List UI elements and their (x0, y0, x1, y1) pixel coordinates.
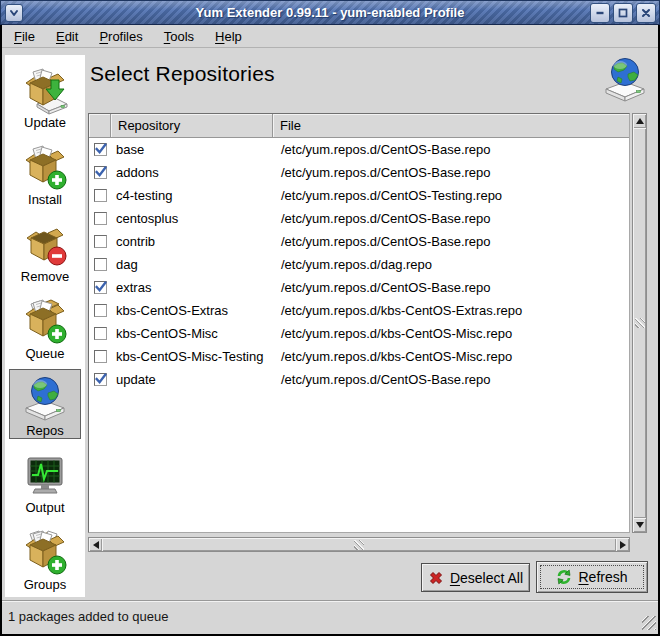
column-header-file[interactable]: File (273, 114, 629, 138)
repo-name: addons (107, 165, 273, 180)
deselect-all-label: Deselect All (450, 570, 523, 586)
repo-name: base (107, 142, 273, 157)
table-row[interactable]: kbs-CentOS-Extras/etc/yum.repos.d/kbs-Ce… (89, 299, 629, 322)
repo-table: Repository File base/etc/yum.repos.d/Cen… (88, 113, 630, 533)
queue-icon (21, 298, 69, 346)
sidebar-item-output[interactable]: Output (9, 446, 81, 516)
menu-file[interactable]: File (14, 29, 35, 44)
repo-checkbox-unchecked[interactable] (94, 350, 107, 363)
menu-bar: FileEditProfilesToolsHelp (0, 25, 660, 48)
repo-file-path: /etc/yum.repos.d/CentOS-Base.repo (273, 142, 629, 157)
table-row[interactable]: extras/etc/yum.repos.d/CentOS-Base.repo (89, 276, 629, 299)
table-row[interactable]: base/etc/yum.repos.d/CentOS-Base.repo (89, 138, 629, 161)
red-x-icon (428, 570, 444, 586)
refresh-button[interactable]: Refresh (536, 561, 648, 593)
repo-checkbox-checked[interactable] (94, 373, 107, 386)
repo-table-body: base/etc/yum.repos.d/CentOS-Base.repoadd… (89, 138, 629, 391)
horizontal-scrollbar-thumb[interactable] (102, 538, 616, 551)
table-row[interactable]: update/etc/yum.repos.d/CentOS-Base.repo (89, 368, 629, 391)
groups-icon (21, 529, 69, 577)
repo-name: kbs-CentOS-Misc-Testing (107, 349, 273, 364)
table-row[interactable]: contrib/etc/yum.repos.d/CentOS-Base.repo (89, 230, 629, 253)
table-row[interactable]: kbs-CentOS-Misc-Testing/etc/yum.repos.d/… (89, 345, 629, 368)
sidebar-item-label: Repos (26, 423, 64, 438)
refresh-label: Refresh (578, 569, 627, 585)
repo-name: update (107, 372, 273, 387)
sidebar-item-update[interactable]: Update (9, 61, 81, 131)
repo-file-path: /etc/yum.repos.d/dag.repo (273, 257, 629, 272)
column-header-checkbox[interactable] (89, 114, 111, 138)
scroll-left-button[interactable] (89, 538, 102, 551)
repo-checkbox-unchecked[interactable] (94, 304, 107, 317)
arrow-down-icon (636, 522, 644, 528)
sidebar-item-label: Groups (24, 577, 67, 592)
sidebar-item-label: Remove (21, 269, 69, 284)
minimize-icon (594, 7, 606, 19)
vertical-scrollbar-thumb[interactable] (633, 128, 646, 518)
repo-checkbox-unchecked[interactable] (94, 327, 107, 340)
repo-checkbox-unchecked[interactable] (94, 258, 107, 271)
repo-table-header: Repository File (89, 114, 629, 138)
sidebar-item-label: Update (24, 115, 66, 130)
update-icon (21, 67, 69, 115)
repo-checkbox-checked[interactable] (94, 143, 107, 156)
sidebar-item-label: Queue (25, 346, 64, 361)
close-button[interactable] (636, 3, 656, 23)
repo-checkbox-unchecked[interactable] (94, 189, 107, 202)
window-border-left (0, 25, 2, 636)
menu-help[interactable]: Help (215, 29, 242, 44)
repo-checkbox-checked[interactable] (94, 166, 107, 179)
repo-name: dag (107, 257, 273, 272)
menu-edit[interactable]: Edit (56, 29, 78, 44)
repo-file-path: /etc/yum.repos.d/CentOS-Base.repo (273, 280, 629, 295)
sidebar-item-repos[interactable]: Repos (9, 369, 81, 439)
column-header-repository[interactable]: Repository (111, 114, 273, 138)
deselect-all-button[interactable]: Deselect All (421, 563, 530, 592)
minimize-button[interactable] (590, 3, 610, 23)
sidebar-item-install[interactable]: Install (9, 138, 81, 208)
repo-file-path: /etc/yum.repos.d/CentOS-Base.repo (273, 211, 629, 226)
maximize-icon (617, 7, 629, 19)
repo-checkbox-unchecked[interactable] (94, 235, 107, 248)
menu-profiles[interactable]: Profiles (99, 29, 142, 44)
repos-icon (21, 375, 69, 423)
table-row[interactable]: c4-testing/etc/yum.repos.d/CentOS-Testin… (89, 184, 629, 207)
install-icon (21, 144, 69, 192)
sidebar-item-queue[interactable]: Queue (9, 292, 81, 362)
menu-tools[interactable]: Tools (164, 29, 194, 44)
status-text: 1 packages added to queue (8, 609, 168, 624)
scroll-down-button[interactable] (633, 518, 646, 532)
resize-grip[interactable] (642, 616, 656, 630)
table-row[interactable]: centosplus/etc/yum.repos.d/CentOS-Base.r… (89, 207, 629, 230)
scroll-up-button[interactable] (633, 114, 646, 128)
globe-drive-icon (601, 56, 649, 104)
window-title: Yum Extender 0.99.11 - yum-enabled Profi… (1, 1, 659, 26)
maximize-button[interactable] (613, 3, 633, 23)
table-row[interactable]: addons/etc/yum.repos.d/CentOS-Base.repo (89, 161, 629, 184)
scrollbar-grip (354, 540, 364, 550)
repo-file-path: /etc/yum.repos.d/kbs-CentOS-Misc.repo (273, 349, 629, 364)
close-icon (640, 7, 652, 19)
repo-file-path: /etc/yum.repos.d/CentOS-Base.repo (273, 372, 629, 387)
status-bar: 1 packages added to queue (0, 600, 660, 636)
repo-file-path: /etc/yum.repos.d/CentOS-Base.repo (273, 165, 629, 180)
table-row[interactable]: dag/etc/yum.repos.d/dag.repo (89, 253, 629, 276)
output-icon (21, 452, 69, 500)
page-title: Select Repositories (90, 62, 275, 86)
vertical-scrollbar[interactable] (632, 113, 647, 533)
title-bar[interactable]: Yum Extender 0.99.11 - yum-enabled Profi… (0, 0, 660, 25)
repo-file-path: /etc/yum.repos.d/kbs-CentOS-Misc.repo (273, 326, 629, 341)
remove-icon (21, 221, 69, 269)
refresh-icon (556, 569, 572, 585)
yum-extender-window: Yum Extender 0.99.11 - yum-enabled Profi… (0, 0, 660, 636)
window-controls (590, 3, 656, 23)
repo-checkbox-checked[interactable] (94, 281, 107, 294)
repo-checkbox-unchecked[interactable] (94, 212, 107, 225)
sidebar-item-remove[interactable]: Remove (9, 215, 81, 285)
sidebar-item-groups[interactable]: Groups (9, 523, 81, 593)
table-row[interactable]: kbs-CentOS-Misc/etc/yum.repos.d/kbs-Cent… (89, 322, 629, 345)
scroll-right-button[interactable] (616, 538, 629, 551)
repo-file-path: /etc/yum.repos.d/CentOS-Testing.repo (273, 188, 629, 203)
horizontal-scrollbar[interactable] (88, 537, 630, 552)
repo-name: centosplus (107, 211, 273, 226)
